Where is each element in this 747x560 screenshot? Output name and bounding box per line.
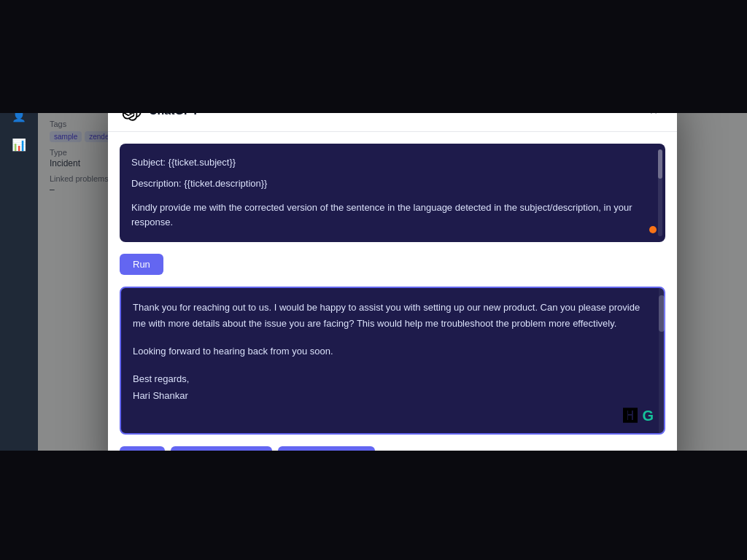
response-scrollbar-track[interactable] bbox=[659, 288, 665, 432]
grammar-check-icon: 🅷 bbox=[623, 408, 638, 424]
prompt-scrollbar-track[interactable] bbox=[658, 149, 662, 236]
prompt-subject: Subject: {{ticket.subject}} bbox=[131, 155, 654, 171]
response-section: Thank you for reaching out to us. I woul… bbox=[120, 287, 665, 434]
grammarly-icon: G bbox=[642, 408, 654, 424]
run-button-container: Run bbox=[108, 254, 677, 281]
sidebar-reports-icon[interactable]: 📊 bbox=[6, 131, 32, 158]
response-line2: Looking forward to hearing back from you… bbox=[133, 343, 652, 359]
prompt-indicator-dot bbox=[649, 226, 657, 233]
prompt-instruction: Kindly provide me with the corrected ver… bbox=[131, 201, 654, 231]
response-line3: Best regards, bbox=[133, 371, 652, 387]
modal-body: Subject: {{ticket.subject}} Description:… bbox=[108, 132, 677, 470]
chatgpt-modal: ChatGPT × Subject: {{ticket.subject}} De… bbox=[108, 90, 677, 470]
prompt-section: Subject: {{ticket.subject}} Description:… bbox=[120, 144, 665, 242]
response-line4: Hari Shankar bbox=[133, 388, 652, 404]
prompt-scrollbar-thumb[interactable] bbox=[658, 149, 662, 179]
prompt-description: Description: {{ticket.description}} bbox=[131, 176, 654, 192]
response-line1: Thank you for reaching out to us. I woul… bbox=[133, 300, 652, 332]
run-button[interactable]: Run bbox=[120, 254, 163, 275]
response-scrollbar-thumb[interactable] bbox=[659, 295, 665, 332]
response-tool-icons: 🅷 G bbox=[623, 408, 654, 424]
